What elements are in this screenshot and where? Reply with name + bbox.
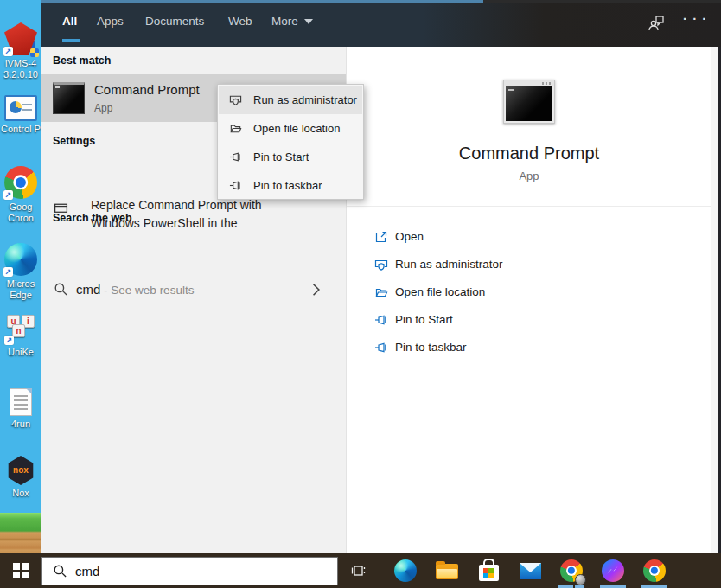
microsoft-store-icon: [479, 565, 499, 581]
taskbar-messenger-button[interactable]: [596, 553, 630, 588]
action-pin-to-taskbar[interactable]: Pin to taskbar: [347, 334, 711, 361]
taskbar-store-button[interactable]: [471, 553, 506, 588]
search-icon: [54, 282, 68, 300]
shortcut-arrow-icon: ↗: [3, 47, 13, 56]
menu-item-pin-to-start[interactable]: Pin to Start: [219, 143, 362, 171]
desktop-icon-label: Goog: [0, 201, 41, 213]
window-edge: [718, 47, 721, 553]
result-subtitle: App: [94, 102, 112, 114]
taskbar-chrome-profile-button[interactable]: [554, 553, 589, 588]
desktop-icon-label: Chron: [0, 213, 41, 224]
desktop-icon-label: Micros: [0, 278, 41, 290]
flyout-top-strip: [41, 0, 721, 3]
search-input-value: cmd: [75, 564, 99, 578]
chevron-right-icon[interactable]: [311, 283, 322, 300]
web-query-text: cmd - See web results: [76, 282, 194, 297]
desktop-icon-label: 4run: [0, 419, 41, 430]
action-pin-to-start[interactable]: Pin to Start: [347, 306, 711, 334]
mail-icon: [520, 563, 541, 579]
profile-avatar: [575, 574, 586, 585]
pin-icon: [374, 313, 388, 330]
taskbar: cmd: [0, 553, 721, 588]
taskbar-file-explorer-button[interactable]: [430, 553, 464, 588]
command-prompt-icon-large: [503, 80, 555, 124]
taskbar-chrome-button[interactable]: [637, 553, 672, 588]
desktop-icon-label: Edge: [0, 290, 41, 301]
run-admin-shield-icon: [229, 93, 242, 110]
pin-icon: [374, 341, 388, 358]
pin-icon: [229, 179, 242, 195]
pin-icon: [229, 150, 242, 167]
desktop-icon-4run[interactable]: 4run: [0, 386, 41, 430]
chevron-down-icon: [304, 19, 313, 24]
desktop-icon-nox[interactable]: nox ↗ Nox: [0, 456, 41, 499]
desktop-icon-ivms[interactable]: ↗ iVMS-4 3.2.0.10: [0, 22, 41, 80]
divider: [347, 206, 711, 207]
result-title: Command Prompt: [94, 82, 200, 97]
context-menu: Run as administrator Open file location …: [217, 84, 364, 200]
nox-icon: nox: [6, 456, 35, 485]
desktop-icon-label: 3.2.0.10: [0, 69, 41, 80]
uac-shield-badge: [30, 48, 39, 57]
desktop-icon-label: Control P: [0, 124, 41, 135]
chrome-icon: ↗: [4, 166, 37, 199]
best-match-header: Best match: [53, 54, 111, 67]
taskbar-mail-button[interactable]: [513, 553, 547, 588]
start-button[interactable]: [0, 553, 41, 588]
open-icon: [374, 230, 388, 247]
menu-item-open-file-location[interactable]: Open file location: [219, 114, 362, 143]
menu-item-pin-to-taskbar[interactable]: Pin to taskbar: [219, 171, 362, 200]
web-result-cmd[interactable]: cmd - See web results: [41, 273, 346, 308]
preview-title: Command Prompt: [347, 144, 711, 163]
desktop-icon-label: iVMS-4: [0, 58, 41, 69]
shortcut-arrow-icon: ↗: [4, 336, 14, 345]
desktop-icon-label: UniKe: [0, 347, 41, 358]
desktop-icon-unikey[interactable]: u i n ↗ UniKe: [0, 313, 41, 358]
action-run-as-administrator[interactable]: Run as administrator: [347, 251, 711, 278]
file-explorer-icon: [436, 564, 458, 579]
preview-panel: Command Prompt App Open Run as administr…: [346, 47, 711, 553]
tab-more[interactable]: More: [271, 15, 313, 28]
desktop-icon-microsoft-edge[interactable]: ↗ Micros Edge: [0, 243, 41, 301]
taskbar-search-box[interactable]: cmd: [41, 557, 338, 585]
run-admin-shield-icon: [374, 258, 388, 275]
control-panel-icon: [4, 95, 37, 121]
desktop-icon-control-panel[interactable]: Control P: [0, 92, 41, 135]
desktop-wallpaper: ↗ iVMS-4 3.2.0.10 Control P ↗ Goog Chron…: [0, 0, 41, 553]
tab-all[interactable]: All: [62, 15, 77, 28]
settings-header: Settings: [53, 135, 95, 147]
unikey-icon: u i n ↗: [5, 315, 36, 344]
command-prompt-icon: [53, 82, 85, 114]
messenger-icon: [602, 559, 624, 582]
taskbar-edge-button[interactable]: [388, 553, 423, 588]
preview-subtitle: App: [347, 169, 711, 182]
shortcut-arrow-icon: ↗: [3, 190, 13, 200]
tab-apps[interactable]: Apps: [97, 15, 124, 28]
edge-icon: ↗: [4, 243, 37, 276]
search-flyout-header: All Apps Documents Web More · · ·: [41, 0, 721, 47]
desktop-icon-label: Nox: [0, 488, 41, 499]
see-web-results-text: - See web results: [100, 284, 194, 297]
screen: ↗ iVMS-4 3.2.0.10 Control P ↗ Goog Chron…: [0, 0, 721, 588]
edge-icon: [394, 559, 417, 582]
search-icon: [53, 564, 67, 582]
scrollbar-track[interactable]: [711, 47, 718, 553]
tab-web[interactable]: Web: [228, 15, 252, 28]
document-icon: [10, 388, 32, 416]
shortcut-arrow-icon: ↗: [3, 267, 13, 277]
chrome-icon: [643, 559, 666, 582]
desktop-icon-google-chrome[interactable]: ↗ Goog Chron: [0, 166, 41, 224]
folder-icon: [229, 122, 242, 138]
action-open-file-location[interactable]: Open file location: [347, 278, 711, 306]
feedback-user-icon[interactable]: [647, 14, 666, 36]
tab-documents[interactable]: Documents: [145, 15, 204, 28]
action-open[interactable]: Open: [347, 223, 711, 251]
more-options-ellipsis[interactable]: · · ·: [683, 11, 707, 26]
menu-item-run-as-administrator[interactable]: Run as administrator: [219, 86, 362, 114]
tab-all-underline: [62, 39, 80, 42]
ivms-icon: ↗: [4, 22, 37, 55]
task-view-button[interactable]: [341, 553, 376, 588]
folder-icon: [374, 285, 388, 303]
search-the-web-header: Search the web: [53, 212, 132, 224]
